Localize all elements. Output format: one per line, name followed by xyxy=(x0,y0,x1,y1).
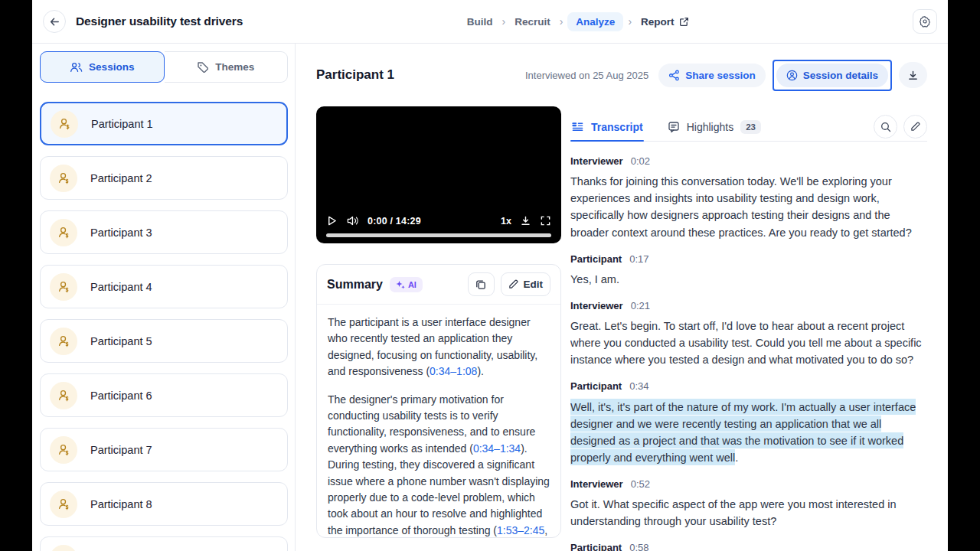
participant-avatar-icon xyxy=(50,273,77,301)
edit-summary-button[interactable]: Edit xyxy=(501,272,551,296)
session-item-participant-9[interactable]: Participant 9 xyxy=(40,536,288,551)
entry-timestamp[interactable]: 0:58 xyxy=(629,542,648,551)
text-segment: Thanks for joining this conversation tod… xyxy=(570,175,912,239)
share-session-label: Share session xyxy=(685,70,756,81)
breadcrumb-analyze[interactable]: Analyze xyxy=(567,12,623,31)
participant-avatar-icon xyxy=(50,382,77,409)
participant-name: Participant 8 xyxy=(90,498,152,510)
highlighted-text: Well, it's, it's part of the nature of m… xyxy=(570,399,916,466)
transcript-tabs: Transcript Highlights 23 xyxy=(570,112,927,142)
session-details-button[interactable]: Session details xyxy=(776,64,888,87)
video-progress-bar[interactable] xyxy=(326,233,551,237)
session-item-participant-4[interactable]: Participant 4 xyxy=(40,265,288,308)
timestamp-link[interactable]: 0:34–1:34 xyxy=(473,442,521,455)
text-segment: ). During testing, they discovered a sig… xyxy=(328,442,550,536)
entry-timestamp[interactable]: 0:34 xyxy=(629,380,648,392)
tab-sessions[interactable]: Sessions xyxy=(40,51,165,83)
transcript-entry-text[interactable]: Thanks for joining this conversation tod… xyxy=(570,173,927,241)
copy-icon xyxy=(475,279,486,290)
main-panel: Participant 1 Interviewed on 25 Aug 2025… xyxy=(296,44,948,551)
edit-transcript-button[interactable] xyxy=(903,115,927,139)
session-item-participant-2[interactable]: Participant 2 xyxy=(40,156,288,200)
search-transcript-button[interactable] xyxy=(874,115,897,139)
session-item-participant-1[interactable]: Participant 1 xyxy=(40,102,288,145)
transcript-entry: Interviewer0:52Got it. What specific asp… xyxy=(570,478,927,530)
people-icon xyxy=(70,61,83,73)
share-session-button[interactable]: Share session xyxy=(658,64,766,87)
entry-timestamp[interactable]: 0:52 xyxy=(631,478,650,490)
transcript-entry-header: Interviewer0:02 xyxy=(570,155,927,167)
play-button[interactable] xyxy=(326,215,338,227)
tag-icon xyxy=(197,61,209,73)
interviewed-date: Interviewed on 25 Aug 2025 xyxy=(525,70,648,81)
transcript-entry: Participant0:34Well, it's, it's part of … xyxy=(570,380,927,466)
participant-name: Participant 5 xyxy=(90,335,152,347)
playback-speed-button[interactable]: 1x xyxy=(501,216,511,227)
transcript-body: Interviewer0:02Thanks for joining this c… xyxy=(570,142,927,551)
summary-text: The participant is a user interface desi… xyxy=(317,305,560,537)
transcript-entry-text[interactable]: Great. Let's begin. To start off, I'd lo… xyxy=(570,318,927,369)
text-segment: Great. Let's begin. To start off, I'd lo… xyxy=(570,320,922,366)
app-window: Designer usability test drivers Build › … xyxy=(32,0,948,551)
highlights-count-badge: 23 xyxy=(740,120,761,134)
download-icon xyxy=(520,215,531,227)
participant-avatar-icon xyxy=(50,545,77,551)
transcript-entry-text[interactable]: Yes, I am. xyxy=(570,271,927,288)
transcript-entry-text[interactable]: Well, it's, it's part of the nature of m… xyxy=(570,398,927,466)
transcript-entry: Participant0:58Just basic function and u… xyxy=(570,542,927,551)
transcript-entry: Participant0:17Yes, I am. xyxy=(570,253,927,288)
participant-name: Participant 3 xyxy=(90,227,152,239)
session-item-participant-3[interactable]: Participant 3 xyxy=(40,210,288,254)
pencil-icon xyxy=(910,122,920,132)
participant-avatar-icon xyxy=(50,328,77,355)
timestamp-link[interactable]: 0:34–1:08 xyxy=(430,365,477,377)
copy-summary-button[interactable] xyxy=(468,272,495,296)
session-item-participant-7[interactable]: Participant 7 xyxy=(40,428,288,471)
ai-badge-label: AI xyxy=(408,280,416,289)
session-item-participant-8[interactable]: Participant 8 xyxy=(40,482,288,526)
summary-card: Summary AI Edit xyxy=(316,264,561,538)
breadcrumb: Build › Recruit › Analyze › Report xyxy=(243,12,913,31)
transcript-entry-header: Participant0:58 xyxy=(570,542,927,551)
gear-icon xyxy=(919,15,931,28)
video-player[interactable]: 0:00 / 14:29 1x xyxy=(316,106,561,243)
edit-button-label: Edit xyxy=(524,279,544,290)
session-title: Participant 1 xyxy=(316,67,394,83)
participant-avatar-icon xyxy=(50,165,77,192)
volume-button[interactable] xyxy=(346,215,359,227)
participant-name: Participant 7 xyxy=(90,444,152,456)
external-link-icon xyxy=(679,17,689,27)
highlight-bubble-icon xyxy=(668,121,680,133)
breadcrumb-build[interactable]: Build xyxy=(462,12,498,31)
video-download-button[interactable] xyxy=(520,215,531,227)
settings-button[interactable] xyxy=(913,9,937,34)
breadcrumb-recruit[interactable]: Recruit xyxy=(510,12,555,31)
sparkle-icon xyxy=(396,280,405,289)
tab-highlights-label: Highlights xyxy=(687,121,733,133)
back-button[interactable] xyxy=(43,10,66,33)
timestamp-link[interactable]: 1:53–2:45 xyxy=(497,524,544,536)
text-segment: , xyxy=(544,524,547,536)
breadcrumb-report[interactable]: Report xyxy=(636,12,694,31)
transcript-entry-text[interactable]: Got it. What specific aspect of the app … xyxy=(570,496,927,530)
search-icon xyxy=(880,122,891,132)
participant-dollar-icon xyxy=(57,171,71,185)
tab-highlights[interactable]: Highlights 23 xyxy=(667,112,762,141)
download-session-button[interactable] xyxy=(899,62,927,88)
fullscreen-button[interactable] xyxy=(540,215,551,227)
tab-themes-label: Themes xyxy=(215,61,254,73)
speaker-name: Participant xyxy=(570,542,622,551)
session-item-participant-5[interactable]: Participant 5 xyxy=(40,319,288,363)
entry-timestamp[interactable]: 0:17 xyxy=(629,253,648,265)
video-time: 0:00 / 14:29 xyxy=(368,216,421,227)
participant-avatar-icon xyxy=(51,110,78,138)
session-item-participant-6[interactable]: Participant 6 xyxy=(40,373,288,417)
speaker-name: Interviewer xyxy=(570,300,623,311)
tab-transcript[interactable]: Transcript xyxy=(570,112,644,141)
participant-dollar-icon xyxy=(57,388,71,403)
speaker-name: Interviewer xyxy=(570,155,623,167)
entry-timestamp[interactable]: 0:21 xyxy=(631,300,650,311)
download-icon xyxy=(907,70,919,81)
entry-timestamp[interactable]: 0:02 xyxy=(631,155,650,167)
tab-themes[interactable]: Themes xyxy=(165,51,289,83)
